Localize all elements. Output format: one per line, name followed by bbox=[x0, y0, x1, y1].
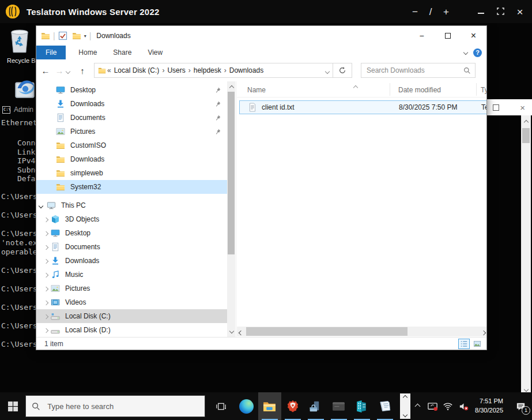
server-manager-button[interactable] bbox=[304, 392, 327, 420]
viewer-minimize-button[interactable] bbox=[473, 7, 488, 17]
scroll-right-icon[interactable] bbox=[482, 329, 485, 336]
collapse-icon[interactable] bbox=[36, 201, 46, 209]
column-date-modified[interactable]: Date modified bbox=[398, 86, 441, 94]
help-icon[interactable]: ? bbox=[473, 48, 482, 57]
scroll-up-icon[interactable] bbox=[403, 395, 408, 400]
ribbon-expand-icon[interactable] bbox=[463, 50, 468, 55]
expand-icon[interactable] bbox=[41, 298, 51, 306]
background-window-scrollbar[interactable] bbox=[521, 115, 531, 392]
nav-item-documents-2[interactable]: Documents bbox=[36, 111, 227, 125]
scroll-down-icon[interactable] bbox=[403, 412, 408, 417]
expand-icon[interactable] bbox=[41, 312, 51, 320]
large-icons-view-button[interactable] bbox=[471, 339, 483, 349]
nav-item-pictures[interactable]: Pictures bbox=[36, 282, 227, 295]
nav-item-downloads-1[interactable]: Downloads bbox=[36, 97, 227, 111]
scroll-down-icon[interactable] bbox=[521, 386, 531, 392]
navigation-scrollbar[interactable] bbox=[227, 81, 235, 337]
tab-home[interactable]: Home bbox=[70, 46, 105, 59]
console-titlebar[interactable]: C:\ Admin bbox=[2, 106, 33, 114]
nav-item-desktop-0[interactable]: Desktop bbox=[36, 83, 227, 97]
explorer-maximize-button[interactable] bbox=[435, 26, 461, 46]
scrollbar-thumb[interactable] bbox=[246, 327, 408, 336]
search-box[interactable] bbox=[361, 63, 476, 78]
tab-file[interactable]: File bbox=[36, 46, 66, 59]
file-row-client-id[interactable]: client id.txt 8/30/2025 7:50 PM Te bbox=[239, 100, 486, 114]
nav-item-desktop[interactable]: Desktop bbox=[36, 226, 227, 240]
nav-item-downloads-5[interactable]: Downloads bbox=[36, 152, 227, 166]
nav-item-local-disk-c[interactable]: Local Disk (C:) bbox=[36, 309, 227, 323]
nav-item-system32-7[interactable]: System32 bbox=[36, 180, 227, 194]
search-input[interactable] bbox=[365, 66, 463, 75]
expand-icon[interactable] bbox=[41, 229, 51, 237]
tab-view[interactable]: View bbox=[139, 46, 171, 59]
storage-app-button[interactable] bbox=[350, 392, 373, 420]
address-dropdown-icon[interactable] bbox=[326, 65, 329, 76]
nav-item-3d-objects[interactable]: 3D Objects bbox=[36, 212, 227, 226]
address-bar[interactable]: « Local Disk (C:) › Users › helpdesk › D… bbox=[94, 63, 333, 78]
taskbar-scroll-control[interactable] bbox=[400, 393, 410, 419]
background-window-close-button[interactable]: × bbox=[520, 103, 525, 112]
notepad-button[interactable] bbox=[373, 392, 397, 420]
new-folder-icon[interactable] bbox=[72, 31, 81, 40]
expand-icon[interactable] bbox=[41, 215, 51, 223]
hidden-icons-chevron[interactable] bbox=[410, 392, 424, 420]
viewer-zoom-in-button[interactable]: + bbox=[439, 7, 454, 17]
display-connect-icon[interactable] bbox=[424, 392, 440, 420]
scroll-up-icon[interactable] bbox=[227, 84, 236, 91]
nav-item-documents[interactable]: Documents bbox=[36, 240, 227, 254]
breadcrumb-overflow[interactable]: « bbox=[107, 66, 111, 74]
taskbar-search-box[interactable] bbox=[25, 395, 205, 417]
scroll-left-icon[interactable] bbox=[239, 329, 243, 336]
expand-icon[interactable] bbox=[41, 284, 51, 292]
nav-item-pictures-3[interactable]: Pictures bbox=[36, 125, 227, 138]
explorer-minimize-button[interactable]: − bbox=[409, 26, 435, 46]
viewer-fullscreen-button[interactable] bbox=[493, 7, 508, 17]
qat-customize-icon[interactable]: ▾ bbox=[84, 33, 86, 39]
recent-locations-icon[interactable] bbox=[66, 65, 70, 76]
back-button[interactable]: ← bbox=[39, 66, 52, 76]
viewer-close-button[interactable]: × bbox=[512, 6, 527, 17]
up-button[interactable]: ↑ bbox=[76, 66, 89, 76]
horizontal-scrollbar[interactable] bbox=[237, 327, 486, 336]
expand-icon[interactable] bbox=[41, 271, 51, 279]
nav-item-simpleweb-6[interactable]: simpleweb bbox=[36, 166, 227, 180]
breadcrumb-users[interactable]: Users bbox=[167, 66, 185, 74]
breadcrumb-drive[interactable]: Local Disk (C:) bbox=[114, 66, 160, 74]
details-view-button[interactable] bbox=[458, 339, 470, 349]
installer-desktop-icon[interactable] bbox=[13, 74, 37, 103]
tab-share[interactable]: Share bbox=[105, 46, 139, 59]
volume-muted-icon[interactable] bbox=[455, 392, 471, 420]
action-center-button[interactable]: 1 bbox=[509, 392, 532, 420]
nav-item-this-pc[interactable]: This PC bbox=[36, 198, 227, 212]
properties-check-icon[interactable] bbox=[58, 31, 67, 40]
expand-icon[interactable] bbox=[41, 257, 51, 265]
breadcrumb-downloads[interactable]: Downloads bbox=[229, 66, 263, 74]
nav-item-downloads[interactable]: Downloads bbox=[36, 254, 227, 268]
start-button[interactable] bbox=[0, 392, 25, 420]
expand-icon[interactable] bbox=[41, 243, 51, 251]
brave-button[interactable] bbox=[281, 392, 304, 420]
edge-button[interactable] bbox=[235, 392, 258, 420]
nav-item-videos[interactable]: Videos bbox=[36, 295, 227, 309]
scrollbar-thumb[interactable] bbox=[228, 92, 235, 254]
console-app-button[interactable] bbox=[327, 392, 350, 420]
nav-item-music[interactable]: Music bbox=[36, 268, 227, 282]
background-window-maximize-button[interactable] bbox=[493, 104, 499, 111]
taskbar-clock[interactable]: 7:51 PM 8/30/2025 bbox=[475, 397, 503, 415]
task-view-button[interactable] bbox=[210, 392, 233, 420]
wifi-icon[interactable] bbox=[440, 392, 455, 420]
explorer-titlebar[interactable]: | ▾ | Downloads − × bbox=[36, 26, 486, 46]
nav-item-local-disk-d[interactable]: Local Disk (D:) bbox=[36, 323, 227, 337]
column-type[interactable]: Ty bbox=[481, 86, 486, 94]
scrollbar-thumb[interactable] bbox=[522, 128, 530, 143]
forward-button[interactable]: → bbox=[52, 66, 66, 76]
column-name[interactable]: Name bbox=[247, 86, 266, 94]
refresh-button[interactable] bbox=[333, 63, 352, 78]
explorer-close-button[interactable]: × bbox=[461, 26, 486, 46]
scroll-down-icon[interactable] bbox=[227, 328, 236, 334]
recycle-bin-desktop-icon[interactable]: Recycle Bi bbox=[7, 26, 35, 64]
scroll-up-icon[interactable] bbox=[521, 119, 531, 125]
breadcrumb-helpdesk[interactable]: helpdesk bbox=[194, 66, 221, 74]
file-explorer-button[interactable] bbox=[258, 392, 281, 420]
expand-icon[interactable] bbox=[41, 326, 51, 334]
